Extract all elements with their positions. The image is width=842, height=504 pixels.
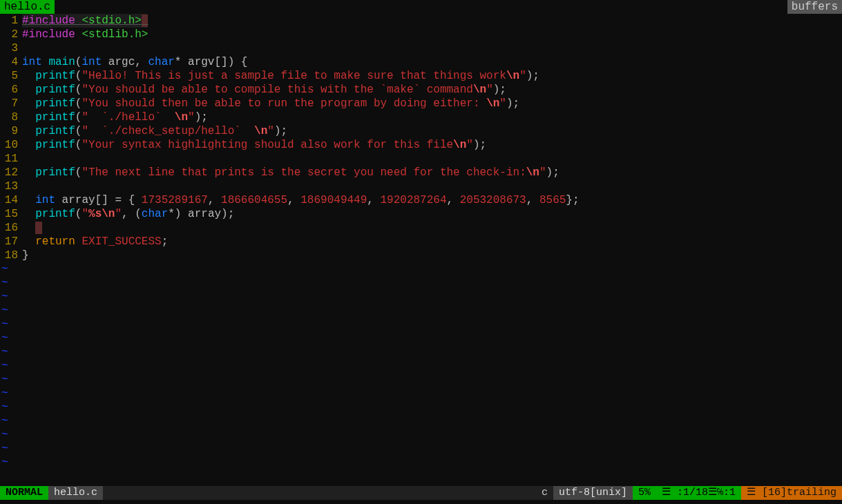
code-line[interactable]: 8 printf(" `./hello` \n");: [0, 110, 842, 124]
status-mode: NORMAL: [0, 486, 48, 500]
tilde-icon: ~: [0, 276, 22, 290]
line-number: 16: [0, 221, 22, 235]
tilde-icon: ~: [0, 387, 22, 400]
code-line[interactable]: 14 int array[] = { 1735289167, 186660465…: [0, 193, 842, 207]
code-line[interactable]: 1#include <stdio.h>: [0, 14, 842, 28]
line-number: 6: [0, 83, 22, 97]
tilde-icon: ~: [0, 318, 22, 331]
trailing-whitespace: [35, 222, 42, 234]
code-content[interactable]: printf("%s\n", (char*) array);: [22, 207, 234, 221]
code-content[interactable]: printf("You should then be able to run t…: [22, 97, 519, 110]
code-content[interactable]: printf("You should be able to compile th…: [22, 83, 506, 97]
code-line[interactable]: 10 printf("Your syntax highlighting shou…: [0, 138, 842, 152]
empty-line: ~: [0, 428, 842, 442]
status-filetype: c: [536, 486, 553, 500]
line-number: 9: [0, 124, 22, 138]
line-number: 11: [0, 152, 22, 166]
code-line[interactable]: 6 printf("You should be able to compile …: [0, 83, 842, 97]
empty-line: ~: [0, 414, 842, 428]
line-number: 14: [0, 193, 22, 207]
line-number: 3: [0, 41, 22, 55]
code-line[interactable]: 16: [0, 221, 842, 235]
status-filename: hello.c: [48, 486, 103, 500]
code-content[interactable]: int array[] = { 1735289167, 1866604655, …: [22, 193, 580, 207]
code-line[interactable]: 5 printf("Hello! This is just a sample f…: [0, 69, 842, 83]
tilde-icon: ~: [0, 290, 22, 304]
status-percent: 5%: [633, 486, 656, 500]
status-trailing-warning: ☰ [16]trailing: [741, 486, 842, 500]
tab-bar: hello.c buffers: [0, 0, 842, 14]
line-number: 1: [0, 14, 22, 28]
tilde-icon: ~: [0, 456, 22, 469]
code-content[interactable]: printf("The next line that prints is the…: [22, 166, 559, 180]
empty-line: ~: [0, 290, 842, 304]
tilde-icon: ~: [0, 331, 22, 345]
empty-line: ~: [0, 262, 842, 276]
line-number: 13: [0, 180, 22, 193]
empty-line: ~: [0, 387, 842, 400]
tilde-icon: ~: [0, 428, 22, 442]
line-number: 12: [0, 166, 22, 180]
tab-current-file[interactable]: hello.c: [0, 0, 55, 14]
code-content[interactable]: printf("Your syntax highlighting should …: [22, 138, 486, 152]
code-content[interactable]: return EXIT_SUCCESS;: [22, 235, 168, 249]
empty-line: ~: [0, 442, 842, 456]
empty-line: ~: [0, 456, 842, 469]
code-line[interactable]: 15 printf("%s\n", (char*) array);: [0, 207, 842, 221]
empty-line: ~: [0, 345, 842, 359]
status-spacer: [103, 486, 536, 500]
empty-line: ~: [0, 400, 842, 414]
line-number: 18: [0, 249, 22, 262]
code-content[interactable]: printf("Hello! This is just a sample fil…: [22, 69, 539, 83]
line-number: 2: [0, 28, 22, 41]
line-number: 10: [0, 138, 22, 152]
empty-line: ~: [0, 276, 842, 290]
trailing-whitespace: [142, 14, 149, 27]
code-line[interactable]: 2#include <stdlib.h>: [0, 28, 842, 41]
code-line[interactable]: 11: [0, 152, 842, 166]
empty-line: ~: [0, 373, 842, 387]
code-content[interactable]: #include <stdlib.h>: [22, 28, 148, 41]
code-line[interactable]: 17 return EXIT_SUCCESS;: [0, 235, 842, 249]
tilde-icon: ~: [0, 442, 22, 456]
empty-line: ~: [0, 359, 842, 373]
code-line[interactable]: 12 printf("The next line that prints is …: [0, 166, 842, 180]
line-number: 7: [0, 97, 22, 110]
empty-line: ~: [0, 331, 842, 345]
tilde-icon: ~: [0, 304, 22, 318]
empty-line: ~: [0, 318, 842, 331]
code-line[interactable]: 18}: [0, 249, 842, 262]
empty-line: ~: [0, 304, 842, 318]
tilde-icon: ~: [0, 414, 22, 428]
line-number: 8: [0, 110, 22, 124]
code-line[interactable]: 13: [0, 180, 842, 193]
tilde-icon: ~: [0, 373, 22, 387]
line-number: 5: [0, 69, 22, 83]
status-encoding: utf-8[unix]: [553, 486, 633, 500]
editor-area[interactable]: 1#include <stdio.h> 2#include <stdlib.h>…: [0, 14, 842, 469]
line-number: 4: [0, 55, 22, 69]
tab-buffers[interactable]: buffers: [787, 0, 842, 14]
code-content[interactable]: printf(" `./hello` \n");: [22, 110, 208, 124]
code-line[interactable]: 4int main(int argc, char* argv[]) {: [0, 55, 842, 69]
code-line[interactable]: 3: [0, 41, 842, 55]
tilde-icon: ~: [0, 345, 22, 359]
tilde-icon: ~: [0, 400, 22, 414]
code-content[interactable]: }: [22, 249, 29, 262]
status-position: ☰ :1/18☰℅:1: [656, 486, 741, 500]
code-content[interactable]: [22, 221, 42, 235]
tilde-icon: ~: [0, 262, 22, 276]
code-content[interactable]: int main(int argc, char* argv[]) {: [22, 55, 247, 69]
code-line[interactable]: 7 printf("You should then be able to run…: [0, 97, 842, 110]
status-bar: NORMAL hello.c c utf-8[unix] 5% ☰ :1/18☰…: [0, 486, 842, 500]
code-content[interactable]: #include <stdio.h>: [22, 14, 148, 28]
code-content[interactable]: printf(" `./check_setup/hello` \n");: [22, 124, 287, 138]
code-line[interactable]: 9 printf(" `./check_setup/hello` \n");: [0, 124, 842, 138]
line-number: 15: [0, 207, 22, 221]
tilde-icon: ~: [0, 359, 22, 373]
line-number: 17: [0, 235, 22, 249]
